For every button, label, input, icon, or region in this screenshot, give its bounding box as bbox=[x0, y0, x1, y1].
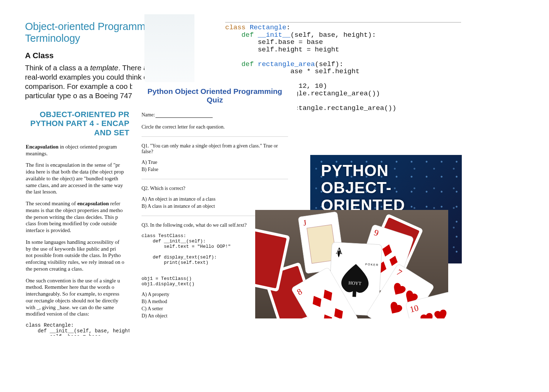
cards-illustration: J 9 A HOYT POKER 7 bbox=[255, 210, 448, 318]
keyword-def: def bbox=[242, 31, 254, 39]
hoyt-label: HOYT bbox=[348, 280, 362, 286]
quiz-instructions: Circle the correct letter for each quest… bbox=[142, 124, 288, 130]
encapsulation-tile: OBJECT-ORIENTED PR PYTHON PART 4 - ENCAP… bbox=[26, 107, 129, 336]
divider bbox=[142, 136, 288, 137]
keyword-def: def bbox=[242, 60, 254, 68]
name-blank-line bbox=[155, 117, 213, 118]
article-p1: Encapsulation in object oriented program… bbox=[26, 144, 129, 157]
keyword-class: class bbox=[225, 24, 246, 31]
class-name: Rectangle bbox=[246, 24, 286, 31]
promo-text: PYTHON OBJECT- ORIENTED bbox=[321, 162, 405, 214]
cards-photo-tile: J 9 A HOYT POKER 7 bbox=[255, 210, 448, 318]
q2-option-a: A) An object is an instance of a class bbox=[142, 196, 288, 202]
article-p2: The first is encapsulation in the sense … bbox=[26, 162, 129, 195]
method-init: __init__ bbox=[254, 31, 291, 39]
article-p4: In some languages handling accessibility… bbox=[26, 239, 129, 272]
divider bbox=[142, 179, 288, 179]
svg-rect-12 bbox=[352, 287, 356, 297]
article-code: class Rectangle: def __init__(self, base… bbox=[26, 322, 129, 336]
quiz-title: Python Object Oriented Programming Quiz bbox=[142, 87, 288, 104]
decorative-panel bbox=[144, 14, 194, 82]
quiz-name-field: Name: bbox=[142, 112, 288, 118]
q1-option-a: A) True bbox=[142, 160, 288, 165]
question-1: Q1. "You can only make a single object f… bbox=[142, 143, 288, 155]
q2-option-b: B) A class is an instance of an object bbox=[142, 203, 288, 209]
method-area: rectangle_area bbox=[254, 60, 315, 68]
q1-option-b: B) False bbox=[142, 167, 288, 172]
article-heading: OBJECT-ORIENTED PR PYTHON PART 4 - ENCAP… bbox=[26, 110, 129, 137]
article-p5: One such convention is the use of a sing… bbox=[26, 277, 129, 318]
article-p3: The second meaning of encapsulation refe… bbox=[26, 200, 129, 234]
question-2: Q2. Which is correct? bbox=[142, 186, 288, 191]
